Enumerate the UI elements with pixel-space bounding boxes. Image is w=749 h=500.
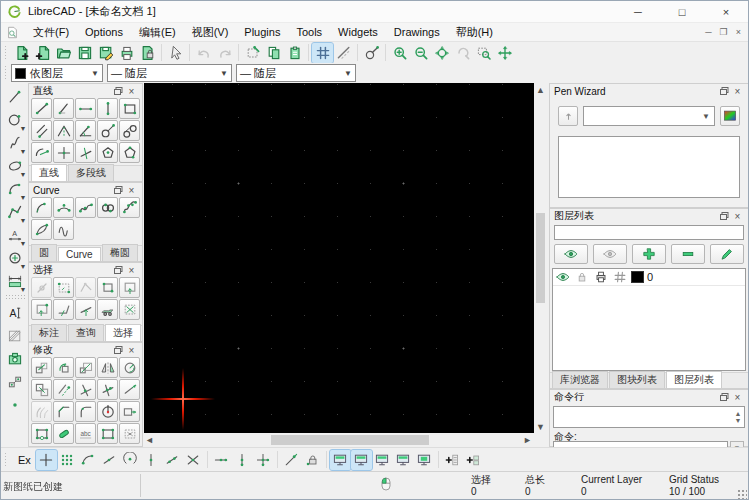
zoom-in-button[interactable]	[389, 43, 410, 63]
line-ortho-button[interactable]	[75, 142, 96, 163]
arc-3p-button[interactable]	[53, 197, 74, 218]
float-panel-button[interactable]	[112, 184, 125, 196]
remove-layer-button[interactable]	[671, 244, 705, 264]
float-panel-button[interactable]	[112, 344, 125, 356]
arc-cr-button[interactable]	[31, 197, 52, 218]
tab-2-2[interactable]: 选择	[105, 324, 141, 341]
zoom-out-button[interactable]	[410, 43, 431, 63]
modify-arc-div-button[interactable]	[31, 401, 52, 422]
text-button[interactable]: A	[3, 301, 27, 324]
menu-item-3[interactable]: 视图(V)	[184, 23, 237, 41]
line-parallel-button[interactable]	[31, 120, 52, 141]
zoom-pan-button[interactable]	[494, 43, 515, 63]
draw-ellipse-button[interactable]: ▼	[3, 154, 27, 177]
point-button[interactable]	[3, 393, 27, 416]
modify-bevel-button[interactable]	[53, 401, 74, 422]
layer-row[interactable]: 0	[553, 269, 745, 286]
line-cross-button[interactable]	[53, 142, 74, 163]
select-contour-button[interactable]	[75, 299, 96, 320]
pen-combobox[interactable]: ▼	[583, 106, 715, 126]
draw-circle-button[interactable]: ▼	[3, 108, 27, 131]
right-dock-tab-2[interactable]: 图层列表	[666, 371, 722, 388]
line-angle-abs-button[interactable]	[75, 120, 96, 141]
modify-fillet-button[interactable]	[75, 401, 96, 422]
float-panel-button[interactable]	[718, 85, 731, 97]
close-panel-button[interactable]: ×	[125, 184, 138, 196]
vertical-scrollbar-thumb[interactable]	[536, 213, 545, 303]
resize-grip[interactable]	[737, 489, 747, 499]
menu-item-2[interactable]: 编辑(E)	[131, 23, 184, 41]
snap-grid-button[interactable]	[57, 450, 78, 470]
deselect-window-button[interactable]	[75, 277, 96, 298]
tab-1-0[interactable]: 圆	[31, 244, 57, 261]
undo-button[interactable]	[193, 43, 214, 63]
new-from-template-button[interactable]	[32, 43, 53, 63]
modify-move-rotate-button[interactable]	[119, 357, 140, 378]
add-poly-widget-button[interactable]	[463, 450, 484, 470]
layer-filter-input[interactable]	[554, 225, 744, 240]
spline-points-button[interactable]	[75, 197, 96, 218]
print-icon[interactable]	[593, 269, 609, 285]
menu-item-7[interactable]: Drawings	[386, 23, 448, 41]
grid-toggle-button[interactable]	[312, 43, 333, 63]
set-relative-zero-button[interactable]	[281, 450, 302, 470]
polygon-center-button[interactable]	[97, 142, 118, 163]
zoom-auto-button[interactable]	[431, 43, 452, 63]
modify-move-button[interactable]	[31, 357, 52, 378]
restrict-horizontal-button[interactable]	[211, 450, 232, 470]
hatch-button[interactable]	[3, 324, 27, 347]
pointer-button[interactable]	[165, 43, 186, 63]
color-combobox[interactable]: 依图层 ▼	[11, 64, 103, 82]
modify-copy2-button[interactable]	[31, 379, 52, 400]
close-panel-button[interactable]: ×	[731, 210, 744, 222]
vertical-scrollbar[interactable]: ▲ ▼	[534, 83, 547, 433]
snap-center-button[interactable]	[120, 450, 141, 470]
copy-button[interactable]	[263, 43, 284, 63]
tab-1-1[interactable]: Curve	[58, 247, 101, 261]
draw-line-button[interactable]	[3, 85, 27, 108]
modify-stretch-button[interactable]	[119, 401, 140, 422]
close-panel-button[interactable]: ×	[731, 391, 744, 403]
select-window-button[interactable]	[53, 277, 74, 298]
scroll-right-icon[interactable]: ►	[521, 434, 534, 447]
tab-0-0[interactable]: 直线	[31, 164, 67, 181]
zoom-window-button[interactable]	[473, 43, 494, 63]
snap-entity-button[interactable]	[99, 450, 120, 470]
snap-endpoint-button[interactable]	[78, 450, 99, 470]
menu-item-0[interactable]: 文件(F)	[25, 23, 77, 41]
dock-toggle-2-button[interactable]	[351, 450, 372, 470]
block-button[interactable]	[3, 370, 27, 393]
scroll-down-icon[interactable]: ▼	[534, 420, 547, 433]
dim-angular-button[interactable]: ▼	[3, 246, 27, 269]
modify-lengthen-button[interactable]	[119, 379, 140, 400]
modify-polyline-node-button[interactable]	[31, 423, 52, 444]
lock-icon[interactable]	[574, 269, 590, 285]
zoom-prev-button[interactable]	[452, 43, 473, 63]
modify-explode-button[interactable]	[119, 423, 140, 444]
rect-2c-button[interactable]	[119, 98, 140, 119]
menu-item-1[interactable]: Options	[77, 23, 131, 41]
draw-spline-button[interactable]: ▼	[3, 131, 27, 154]
toolbar-grip[interactable]	[4, 45, 8, 61]
open-button[interactable]	[53, 43, 74, 63]
spline-loops-button[interactable]	[97, 197, 118, 218]
dock-toggle-3-button[interactable]	[372, 450, 393, 470]
tab-2-0[interactable]: 标注	[31, 324, 67, 341]
modify-scale-button[interactable]	[75, 357, 96, 378]
construction-icon[interactable]	[612, 269, 628, 285]
lock-relative-zero-button[interactable]	[302, 450, 323, 470]
close-panel-button[interactable]: ×	[125, 85, 138, 97]
insert-image-button[interactable]	[3, 347, 27, 370]
select-invert-button[interactable]	[119, 299, 140, 320]
modify-offset-button[interactable]	[53, 379, 74, 400]
select-all-button[interactable]	[97, 299, 118, 320]
tab-2-1[interactable]: 查询	[68, 324, 104, 341]
show-all-layers-button[interactable]	[554, 244, 588, 264]
command-history[interactable]	[553, 406, 745, 428]
spin-down-icon[interactable]: ▼	[735, 417, 742, 424]
snap-distance-button[interactable]	[162, 450, 183, 470]
scroll-up-icon[interactable]: ▲	[534, 83, 547, 96]
scroll-left-icon[interactable]: ◄	[143, 434, 156, 447]
curve-fit-button[interactable]	[31, 219, 52, 240]
spin-up-icon[interactable]: ▲	[735, 410, 742, 417]
